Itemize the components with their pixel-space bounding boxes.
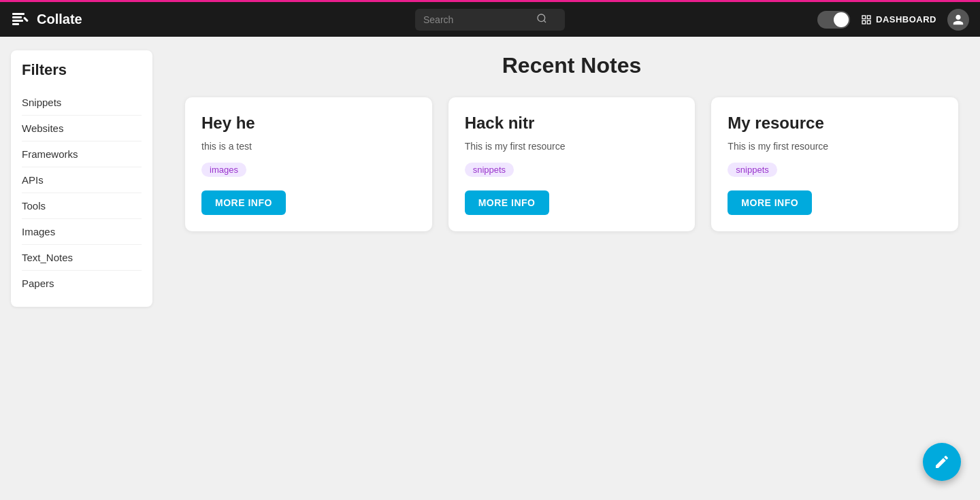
card-1-description: this is a test bbox=[201, 141, 416, 152]
content-area: Recent Notes Hey he this is a test image… bbox=[163, 37, 980, 500]
sidebar-item-frameworks[interactable]: Frameworks bbox=[22, 141, 142, 167]
edit-icon bbox=[934, 454, 950, 470]
svg-rect-7 bbox=[862, 16, 866, 19]
search-input[interactable] bbox=[423, 14, 532, 25]
svg-rect-4 bbox=[23, 16, 29, 22]
sidebar-item-snippets[interactable]: Snippets bbox=[22, 90, 142, 116]
card-2-tag[interactable]: snippets bbox=[465, 163, 514, 177]
svg-rect-0 bbox=[12, 13, 24, 15]
svg-rect-1 bbox=[12, 16, 22, 18]
dashboard-button[interactable]: DASHBOARD bbox=[861, 14, 936, 25]
cards-grid: Hey he this is a test images MORE INFO H… bbox=[185, 97, 958, 231]
note-card-2: Hack nitr This is my first resource snip… bbox=[448, 97, 696, 231]
note-card-1: Hey he this is a test images MORE INFO bbox=[185, 97, 432, 231]
logo-icon bbox=[11, 10, 30, 29]
theme-toggle[interactable] bbox=[817, 11, 850, 29]
dashboard-icon bbox=[861, 14, 872, 25]
card-3-title: My resource bbox=[728, 114, 942, 133]
svg-line-6 bbox=[544, 20, 546, 22]
avatar-icon bbox=[952, 14, 964, 26]
search-container bbox=[415, 9, 565, 31]
note-card-3: My resource This is my first resource sn… bbox=[711, 97, 958, 231]
sidebar-item-websites[interactable]: Websites bbox=[22, 116, 142, 141]
svg-rect-2 bbox=[12, 20, 23, 22]
header: Collate DASHBOARD bbox=[0, 0, 980, 37]
page-title: Recent Notes bbox=[185, 53, 958, 78]
search-icon bbox=[536, 13, 547, 27]
app-logo[interactable]: Collate bbox=[11, 10, 82, 29]
card-3-more-info-button[interactable]: MORE INFO bbox=[728, 190, 812, 215]
sidebar-item-papers[interactable]: Papers bbox=[22, 271, 142, 296]
card-1-tag[interactable]: images bbox=[201, 163, 246, 177]
svg-rect-9 bbox=[862, 20, 866, 24]
card-2-title: Hack nitr bbox=[465, 114, 679, 133]
card-3-tag[interactable]: snippets bbox=[728, 163, 777, 177]
app-name: Collate bbox=[37, 12, 82, 27]
dashboard-label: DASHBOARD bbox=[876, 14, 936, 24]
filters-card: Filters Snippets Websites Frameworks API… bbox=[11, 50, 152, 307]
sidebar-item-images[interactable]: Images bbox=[22, 219, 142, 245]
card-1-more-info-button[interactable]: MORE INFO bbox=[201, 190, 286, 215]
card-1-title: Hey he bbox=[201, 114, 416, 133]
sidebar: Filters Snippets Websites Frameworks API… bbox=[0, 37, 163, 500]
fab-button[interactable] bbox=[923, 443, 961, 481]
svg-rect-3 bbox=[12, 23, 19, 25]
sidebar-item-tools[interactable]: Tools bbox=[22, 193, 142, 219]
main-layout: Filters Snippets Websites Frameworks API… bbox=[0, 37, 980, 500]
card-2-more-info-button[interactable]: MORE INFO bbox=[465, 190, 549, 215]
svg-rect-8 bbox=[867, 16, 870, 19]
header-right: DASHBOARD bbox=[817, 9, 969, 31]
card-3-description: This is my first resource bbox=[728, 141, 942, 152]
filters-title: Filters bbox=[22, 61, 142, 79]
card-2-description: This is my first resource bbox=[465, 141, 679, 152]
user-avatar[interactable] bbox=[947, 9, 969, 31]
svg-rect-10 bbox=[867, 20, 870, 24]
sidebar-item-text-notes[interactable]: Text_Notes bbox=[22, 245, 142, 271]
svg-point-5 bbox=[538, 14, 545, 22]
toggle-knob bbox=[834, 12, 849, 27]
sidebar-item-apis[interactable]: APIs bbox=[22, 167, 142, 193]
